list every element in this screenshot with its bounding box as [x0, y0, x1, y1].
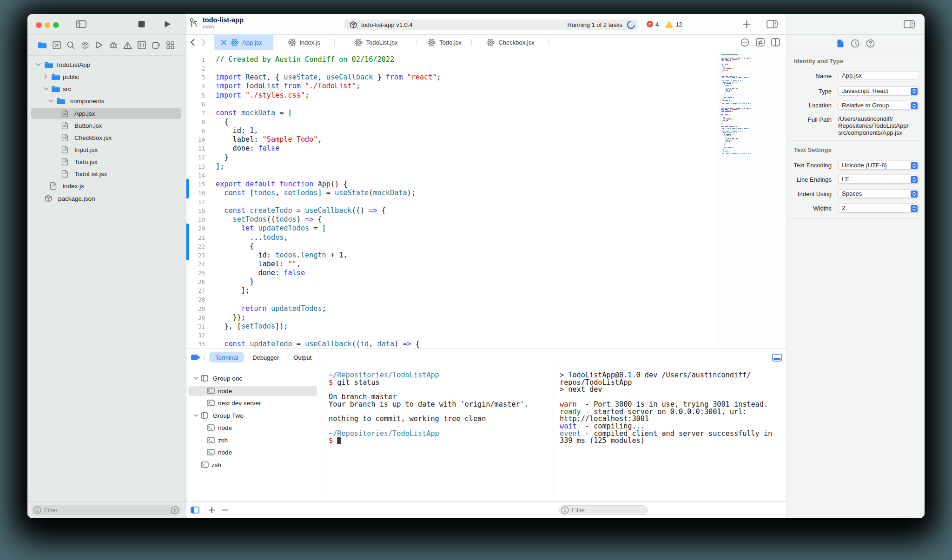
git-change-bar[interactable]: [186, 179, 189, 198]
tab-checkbox-jsx[interactable]: Checkbox.jsx: [472, 35, 549, 50]
bottom-tab-debugger[interactable]: Debugger: [246, 352, 285, 362]
bottom-tab-output[interactable]: Output: [287, 352, 317, 362]
extension-icon[interactable]: [149, 41, 164, 49]
tree-item-public[interactable]: public: [27, 71, 186, 83]
name-field[interactable]: App.jsx: [838, 71, 919, 80]
remove-terminal-icon[interactable]: [222, 507, 229, 514]
terminal-output-left[interactable]: ~/Repositories/TodoListApp$ git status O…: [323, 366, 554, 501]
terminal-session-group-two[interactable]: Group Two: [186, 409, 323, 422]
indent-using-popup[interactable]: Spaces: [838, 189, 919, 198]
xmark-square-icon[interactable]: [50, 41, 64, 49]
grid-icon[interactable]: [163, 41, 178, 49]
type-popup[interactable]: Javascript: React: [838, 86, 919, 95]
tree-item-todolistapp[interactable]: TodoListApp: [27, 59, 186, 71]
run-task-button[interactable]: [164, 20, 171, 28]
tab-todo-jsx[interactable]: Todo.jsx: [417, 35, 472, 50]
chevron-down-icon[interactable]: [36, 63, 41, 66]
terminal-session-group-one[interactable]: Group one: [186, 372, 323, 385]
react-icon: [230, 38, 239, 47]
collapse-bottom-panel-icon[interactable]: [772, 354, 782, 362]
line-endings-popup[interactable]: LF: [838, 175, 919, 184]
terminal-session-zsh[interactable]: zsh: [186, 434, 323, 447]
tab-todolist-jsx[interactable]: TodoList.jsx: [335, 35, 417, 50]
terminal-icon: [201, 461, 209, 468]
tree-item-package-json[interactable]: package.json: [27, 192, 186, 204]
chevron-down-icon[interactable]: [44, 87, 49, 91]
inspector-label: Widths: [813, 204, 832, 211]
tab-app-jsx[interactable]: App.jsx: [214, 35, 273, 50]
popup-stepper-icon: [911, 205, 918, 212]
minimize-window-button[interactable]: [45, 22, 51, 28]
package-icon[interactable]: [78, 41, 93, 49]
project-header[interactable]: todo-list-app main: [189, 16, 244, 30]
sidebar-toggle-icon[interactable]: [76, 20, 86, 28]
tree-item-todo-jsx[interactable]: Todo.jsx: [27, 156, 186, 168]
code-line-6: 6: [186, 100, 787, 109]
code-editor[interactable]: 1// Created by Austin Condiff on 02/16/2…: [186, 50, 787, 349]
tag-blue-icon[interactable]: [191, 354, 201, 361]
status-task-label: Running 1 of 2 tasks: [567, 21, 622, 28]
chevron-down-icon[interactable]: [193, 414, 198, 417]
text-encoding-popup[interactable]: Unicode (UTF-8): [838, 161, 919, 170]
chevron-down-icon[interactable]: [193, 376, 198, 380]
stop-task-button[interactable]: [138, 21, 145, 28]
code-line-32: 32: [186, 331, 787, 340]
terminal-session-node[interactable]: node: [186, 446, 323, 459]
search-icon[interactable]: [64, 41, 78, 49]
full-path-value: /Users/austincondiff/ Repositories/TodoL…: [838, 115, 919, 136]
forward-icon[interactable]: [201, 39, 206, 46]
history-inspector-icon[interactable]: [851, 39, 859, 48]
git-change-bar[interactable]: [186, 224, 189, 261]
editor-tab-bar: App.jsxindex.jsTodoList.jsxTodo.jsxCheck…: [186, 35, 787, 50]
inspector-panel-toggle-icon[interactable]: [904, 20, 915, 28]
tree-item-app-jsx[interactable]: App.jsx: [27, 107, 186, 119]
play-outline-icon[interactable]: [92, 41, 106, 49]
back-icon[interactable]: [190, 39, 195, 46]
tree-item-index-js[interactable]: index.js: [27, 180, 186, 192]
split-editor-icon[interactable]: [771, 38, 780, 46]
panel-toggle-icon[interactable]: [767, 20, 778, 28]
swap-icon[interactable]: [756, 38, 765, 46]
minimap[interactable]: [718, 50, 787, 349]
issue-badges[interactable]: 4 12: [647, 14, 682, 34]
zoom-window-button[interactable]: [53, 22, 59, 28]
terminal-filter-field[interactable]: Filter: [559, 505, 648, 515]
file-icon: [61, 121, 68, 129]
code-line-9: 9 id: 1,: [186, 126, 787, 135]
terminal-line: nothing to commit, working tree clean: [329, 415, 554, 423]
terminal-session-zsh[interactable]: zsh: [186, 459, 323, 471]
navigator-filter-field[interactable]: Filter: [32, 505, 181, 515]
add-filter-icon[interactable]: [171, 506, 179, 514]
widths-popup[interactable]: 2: [838, 204, 919, 212]
code-line-28: 28: [186, 295, 787, 304]
add-terminal-icon[interactable]: [208, 507, 215, 514]
tree-item-input-jsx[interactable]: Input.jsx: [27, 144, 186, 156]
tab-index-js[interactable]: index.js: [273, 35, 335, 50]
terminal-session-node[interactable]: node: [186, 385, 323, 397]
help-inspector-icon[interactable]: [866, 39, 875, 48]
terminal-session-node[interactable]: node: [186, 422, 323, 434]
status-pill[interactable]: todo-list-app v1.0.4 Running 1 of 2 task…: [344, 20, 638, 30]
terminal-output-right[interactable]: > TodoListApp@0.1.0 dev /Users/austincon…: [554, 366, 787, 501]
chevron-down-icon[interactable]: [48, 99, 53, 103]
sidebar-blue-icon[interactable]: [191, 507, 199, 514]
tree-item-src[interactable]: src: [27, 83, 186, 95]
bug-icon[interactable]: [106, 41, 121, 49]
warning-triangle-icon[interactable]: [121, 41, 135, 49]
bottom-tab-terminal[interactable]: Terminal: [209, 352, 244, 362]
add-icon[interactable]: [742, 20, 751, 29]
file-inspector-icon[interactable]: [837, 39, 844, 48]
project-navigator-icon[interactable]: [35, 41, 50, 49]
close-tab-icon[interactable]: [221, 40, 227, 46]
ellipsis-circle-icon[interactable]: [740, 38, 749, 47]
terminal-session-next-dev-server[interactable]: next dev server: [186, 397, 323, 409]
tree-item-components[interactable]: components: [27, 95, 186, 107]
location-popup[interactable]: Relative to Group: [838, 101, 919, 110]
close-window-button[interactable]: [36, 22, 42, 28]
tree-item-todolist-jsx[interactable]: TodoList.jsx: [27, 168, 186, 180]
tree-item-button-jsx[interactable]: Button.jsx: [27, 119, 186, 132]
tree-item-checkbox-jsx[interactable]: Checkbox.jsx: [27, 132, 186, 144]
braces-square-icon[interactable]: [135, 41, 149, 49]
code-line-8: 8 {: [186, 118, 787, 126]
chevron-right-icon[interactable]: [44, 74, 47, 79]
